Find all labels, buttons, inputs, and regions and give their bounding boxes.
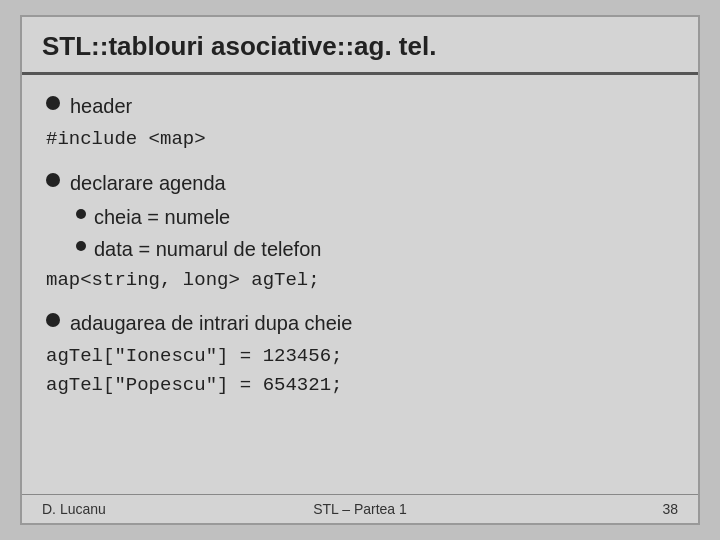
bullet-row-3: adaugarea de intrari dupa cheie	[46, 308, 674, 338]
slide-content: header #include <map> declarare agenda c…	[22, 75, 698, 494]
footer-center: STL – Partea 1	[254, 501, 466, 517]
section-1: header #include <map>	[46, 91, 674, 154]
sub-bullet-row-2-0: cheia = numele	[76, 202, 674, 232]
sub-bullet-row-2-1: data = numarul de telefon	[76, 234, 674, 264]
section-2: declarare agenda cheia = numele data = n…	[46, 168, 674, 295]
section-3: adaugarea de intrari dupa cheie agTel["I…	[46, 308, 674, 399]
code-line-1-0: #include <map>	[46, 125, 674, 154]
footer-right: 38	[466, 501, 678, 517]
slide-title: STL::tablouri asociative::ag. tel.	[22, 17, 698, 75]
code-line-2-0: map<string, long> agTel;	[46, 266, 674, 295]
bullet-dot-2	[46, 173, 60, 187]
footer-left: D. Lucanu	[42, 501, 254, 517]
sub-bullet-dot-2-1	[76, 241, 86, 251]
bullet-dot-1	[46, 96, 60, 110]
bullet-text-1: header	[70, 91, 132, 121]
bullet-row-2: declarare agenda	[46, 168, 674, 198]
bullet-row-1: header	[46, 91, 674, 121]
sub-bullet-text-2-1: data = numarul de telefon	[94, 234, 321, 264]
code-line-3-0: agTel["Ionescu"] = 123456;	[46, 342, 674, 371]
code-line-3-1: agTel["Popescu"] = 654321;	[46, 371, 674, 400]
bullet-text-2: declarare agenda	[70, 168, 226, 198]
bullet-text-3: adaugarea de intrari dupa cheie	[70, 308, 352, 338]
sub-bullets-2: cheia = numele data = numarul de telefon	[76, 202, 674, 264]
slide: STL::tablouri asociative::ag. tel. heade…	[20, 15, 700, 525]
sub-bullet-dot-2-0	[76, 209, 86, 219]
slide-footer: D. Lucanu STL – Partea 1 38	[22, 494, 698, 523]
bullet-dot-3	[46, 313, 60, 327]
sub-bullet-text-2-0: cheia = numele	[94, 202, 230, 232]
